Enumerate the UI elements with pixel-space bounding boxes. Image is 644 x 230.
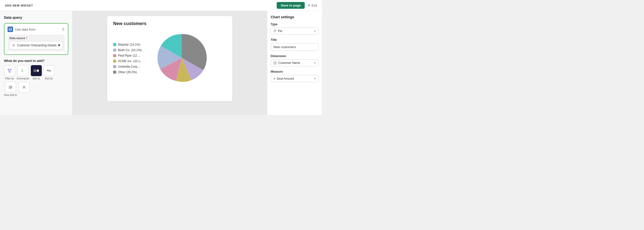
sort-by-option[interactable]: Sort by [43, 65, 54, 80]
use-data-from-label: Use data from [15, 28, 36, 31]
legend-item-umbrella: Umbrella Corp.... [113, 65, 148, 68]
legend-color-umbrella [113, 65, 116, 68]
pie-icon: ⏱ [273, 29, 276, 33]
legend-color-pied-piper [113, 54, 116, 57]
legend-color-bluth [113, 49, 116, 52]
data-source-label: Data source * [10, 37, 63, 40]
measure-field: Measure # Deal Amount ▾ [271, 70, 318, 82]
legend-item-other: Other (39.2%) [113, 70, 148, 74]
legend-color-other [113, 71, 116, 74]
svg-point-3 [34, 69, 36, 72]
save-button[interactable]: Save to page [277, 2, 305, 9]
data-query-box: Use data from ⇅ Data source * ⊙ Customer… [4, 23, 68, 55]
expand-icon[interactable]: ⇅ [62, 27, 65, 31]
dimension-field: Dimension A Customer Name ▾ [271, 54, 318, 66]
chevron-down-icon: ▾ [314, 30, 316, 33]
chevron-down-icon: ▾ [314, 77, 316, 80]
dimension-select[interactable]: A Customer Name ▾ [271, 59, 318, 66]
right-panel: Chart settings Type ⏱ Pie ▾ Title Dimens… [267, 11, 322, 115]
use-data-from-left: Use data from [8, 27, 36, 32]
svg-text:Σ: Σ [21, 69, 24, 73]
type-label: Type [271, 23, 318, 26]
main-layout: Data query Use data from ⇅ [0, 11, 322, 115]
legend-color-waystar [113, 43, 116, 46]
chevron-down-icon: ▾ [58, 43, 60, 48]
row-limit-icon [5, 82, 16, 93]
chart-legend: Waystar (14.1%) Bluth Co. (14.1%) Pied P… [113, 43, 148, 74]
pie-chart [154, 30, 209, 86]
filter-by-option[interactable]: Filter by [4, 65, 15, 80]
cylinder-icon: ⊙ [12, 43, 15, 47]
data-source-section: Data source * ⊙ Customer Onboarding Deta… [8, 35, 65, 51]
text-icon: A [273, 61, 277, 65]
join-to-option[interactable]: Join to [31, 65, 42, 80]
chart-content: Waystar (14.1%) Bluth Co. (14.1%) Pied P… [113, 30, 226, 86]
add-section-title: What do you want to add? [4, 59, 68, 63]
left-panel: Data query Use data from ⇅ [0, 11, 73, 115]
close-icon [19, 82, 30, 93]
hash-icon: # [273, 77, 275, 80]
database-icon [8, 27, 13, 32]
chart-title: New customers [113, 21, 226, 26]
chart-settings-title: Chart settings [271, 15, 318, 19]
row-limit-option[interactable]: Row limit to [4, 82, 17, 97]
svg-marker-1 [8, 69, 11, 72]
sort-by-label: Sort by [45, 77, 53, 80]
dimension-label: Dimension [271, 54, 318, 58]
chevron-down-icon: ▾ [314, 61, 316, 65]
widget-options: Filter by Σ Summarize Jo [4, 65, 68, 97]
legend-item-pied-piper: Pied Piper (12.... [113, 54, 148, 57]
legend-item-waystar: Waystar (14.1%) [113, 43, 148, 46]
join-to-icon [31, 65, 42, 76]
data-query-title: Data query [4, 16, 68, 20]
measure-label: Measure [271, 70, 318, 73]
page-title: ADD NEW WIDGET [5, 4, 33, 7]
title-input[interactable] [271, 43, 318, 51]
filter-icon [4, 65, 15, 76]
title-label: Title [271, 38, 318, 42]
data-source-select[interactable]: ⊙ Customer Onboarding Details ▾ [10, 41, 63, 49]
sort-icon [43, 65, 54, 76]
header-actions: Save to page ✕ Exit [277, 2, 317, 9]
legend-color-acme [113, 60, 116, 63]
close-icon: ✕ [308, 4, 310, 7]
summarize-icon: Σ [17, 65, 28, 76]
chart-card: New customers Waystar (14.1%) Bluth Co. … [107, 16, 232, 101]
legend-item-acme: ACME Inc. (10.1... [113, 59, 148, 63]
svg-point-0 [9, 28, 12, 29]
close-option[interactable] [19, 82, 30, 97]
type-select[interactable]: ⏱ Pie ▾ [271, 28, 318, 35]
summarize-option[interactable]: Σ Summarize [17, 65, 29, 80]
measure-select[interactable]: # Deal Amount ▾ [271, 75, 318, 82]
exit-button[interactable]: ✕ Exit [308, 4, 317, 7]
row-limit-label: Row limit to [4, 94, 17, 97]
header: ADD NEW WIDGET Save to page ✕ Exit [0, 0, 322, 11]
filter-by-label: Filter by [5, 77, 14, 80]
legend-item-bluth: Bluth Co. (14.1%) [113, 48, 148, 52]
title-field: Title [271, 38, 318, 51]
svg-point-4 [37, 69, 39, 72]
center-panel: New customers Waystar (14.1%) Bluth Co. … [73, 11, 267, 115]
use-data-from-row: Use data from ⇅ [8, 27, 65, 32]
summarize-label: Summarize [17, 77, 29, 80]
join-to-label: Join to [33, 77, 40, 80]
type-field: Type ⏱ Pie ▾ [271, 23, 318, 35]
